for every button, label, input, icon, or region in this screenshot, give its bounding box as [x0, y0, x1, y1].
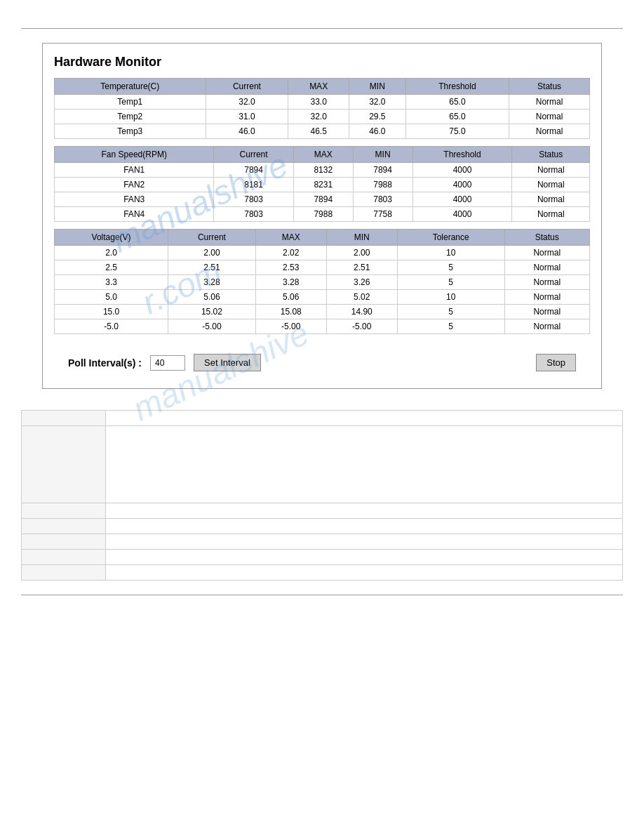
temp-cell-1-0: Temp2	[55, 110, 206, 124]
volt-cell-5-1: -5.00	[168, 319, 256, 334]
volt-row: 15.015.0215.0814.905Normal	[55, 305, 590, 319]
fan-header-col0: Fan Speed(RPM)	[55, 147, 214, 163]
volt-cell-4-0: 15.0	[55, 305, 168, 319]
bottom-border	[21, 595, 623, 595]
fan-header-col5: Status	[512, 147, 590, 163]
bottom-cell-right-4	[106, 534, 623, 550]
volt-header-col2: MAX	[255, 230, 326, 246]
bottom-cell-left-4	[22, 534, 106, 550]
temp-cell-0-2: 33.0	[288, 95, 349, 110]
volt-cell-1-1: 2.51	[168, 260, 256, 275]
fan-cell-0-5: Normal	[512, 163, 590, 178]
volt-cell-5-4: 5	[397, 319, 504, 334]
poll-label: Poll Interval(s) :	[68, 357, 142, 369]
hardware-monitor-panel: Hardware Monitor Temperature(C) Current …	[42, 43, 602, 389]
hardware-monitor-title: Hardware Monitor	[54, 55, 590, 70]
bottom-cell-right-5	[106, 550, 623, 565]
bottom-section	[21, 410, 623, 581]
temp-cell-0-1: 32.0	[206, 95, 288, 110]
temp-cell-2-3: 46.0	[349, 124, 405, 139]
volt-cell-1-4: 5	[397, 260, 504, 275]
volt-header-col3: MIN	[326, 230, 397, 246]
volt-cell-0-5: Normal	[504, 246, 589, 260]
volt-cell-0-2: 2.02	[255, 246, 326, 260]
volt-cell-5-3: -5.00	[326, 319, 397, 334]
volt-header-col1: Current	[168, 230, 256, 246]
bottom-cell-left-2	[22, 503, 106, 519]
bottom-cell-left-5	[22, 550, 106, 565]
temp-cell-1-4: 65.0	[405, 110, 509, 124]
volt-cell-0-1: 2.00	[168, 246, 256, 260]
volt-cell-3-2: 5.06	[255, 290, 326, 305]
bottom-cell-left-3	[22, 519, 106, 534]
volt-cell-4-5: Normal	[504, 305, 589, 319]
poll-input[interactable]	[150, 355, 185, 371]
volt-row: -5.0-5.00-5.00-5.005Normal	[55, 319, 590, 334]
fan-cell-2-3: 7803	[353, 192, 412, 207]
temp-header-col2: MAX	[288, 79, 349, 95]
fan-cell-0-4: 4000	[412, 163, 512, 178]
volt-cell-3-3: 5.02	[326, 290, 397, 305]
volt-row: 5.05.065.065.0210Normal	[55, 290, 590, 305]
volt-cell-2-2: 3.28	[255, 275, 326, 290]
volt-cell-2-1: 3.28	[168, 275, 256, 290]
bottom-cell-right-6	[106, 565, 623, 581]
temp-header-col5: Status	[509, 79, 590, 95]
volt-cell-2-3: 3.26	[326, 275, 397, 290]
temp-cell-1-5: Normal	[509, 110, 590, 124]
stop-button[interactable]: Stop	[536, 354, 576, 371]
fan-cell-3-3: 7758	[353, 207, 412, 222]
fan-cell-1-0: FAN2	[55, 178, 214, 192]
temp-row: Temp132.033.032.065.0Normal	[55, 95, 590, 110]
bottom-cell-right-0	[106, 411, 623, 426]
fan-header-col1: Current	[214, 147, 293, 163]
top-border	[21, 28, 623, 29]
fan-cell-3-1: 7803	[214, 207, 293, 222]
volt-cell-0-3: 2.00	[326, 246, 397, 260]
fan-cell-1-5: Normal	[512, 178, 590, 192]
bottom-cell-left-0	[22, 411, 106, 426]
bottom-cell-right-3	[106, 519, 623, 534]
temp-cell-2-4: 75.0	[405, 124, 509, 139]
fan-cell-2-5: Normal	[512, 192, 590, 207]
fan-cell-3-0: FAN4	[55, 207, 214, 222]
temp-header-col1: Current	[206, 79, 288, 95]
volt-header-col5: Status	[504, 230, 589, 246]
temp-cell-2-0: Temp3	[55, 124, 206, 139]
temp-row: Temp346.046.546.075.0Normal	[55, 124, 590, 139]
volt-cell-2-4: 5	[397, 275, 504, 290]
volt-cell-3-0: 5.0	[55, 290, 168, 305]
fan-cell-0-1: 7894	[214, 163, 293, 178]
volt-cell-3-1: 5.06	[168, 290, 256, 305]
fan-cell-0-2: 8132	[293, 163, 353, 178]
temp-cell-2-5: Normal	[509, 124, 590, 139]
temp-cell-0-3: 32.0	[349, 95, 405, 110]
temp-header-col0: Temperature(C)	[55, 79, 206, 95]
fan-cell-1-4: 4000	[412, 178, 512, 192]
volt-cell-0-0: 2.0	[55, 246, 168, 260]
poll-row: Poll Interval(s) : Set Interval Stop	[54, 348, 590, 377]
fan-header-col2: MAX	[293, 147, 353, 163]
temp-cell-2-1: 46.0	[206, 124, 288, 139]
fan-header-col4: Threshold	[412, 147, 512, 163]
fan-row: FAN17894813278944000Normal	[55, 163, 590, 178]
volt-cell-0-4: 10	[397, 246, 504, 260]
volt-cell-5-5: Normal	[504, 319, 589, 334]
volt-cell-2-5: Normal	[504, 275, 589, 290]
temp-cell-0-4: 65.0	[405, 95, 509, 110]
bottom-row-tall	[22, 426, 623, 503]
set-interval-button[interactable]: Set Interval	[194, 354, 261, 371]
fan-cell-1-3: 7988	[353, 178, 412, 192]
temp-cell-2-2: 46.5	[288, 124, 349, 139]
bottom-table	[21, 410, 623, 581]
volt-header-col4: Tolerance	[397, 230, 504, 246]
fan-cell-0-3: 7894	[353, 163, 412, 178]
temp-cell-1-2: 32.0	[288, 110, 349, 124]
temp-header-col4: Threshold	[405, 79, 509, 95]
volt-cell-5-2: -5.00	[255, 319, 326, 334]
volt-cell-4-3: 14.90	[326, 305, 397, 319]
volt-cell-1-5: Normal	[504, 260, 589, 275]
fan-cell-3-2: 7988	[293, 207, 353, 222]
fan-cell-2-1: 7803	[214, 192, 293, 207]
temp-cell-0-5: Normal	[509, 95, 590, 110]
